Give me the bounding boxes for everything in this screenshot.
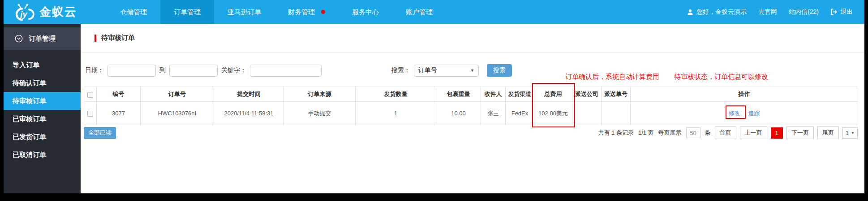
per-page-unit: 条 xyxy=(705,129,711,137)
top-navigation-bar: jy 金蚁云 仓储管理 订单管理 亚马逊订单 财务管理 服务中心 账户管理 您好… xyxy=(4,0,864,24)
col-header-id: 编号 xyxy=(97,87,141,102)
col-header-actions: 操作 xyxy=(631,87,858,102)
cell-recipient: 张三 xyxy=(481,102,506,125)
cell-order-no: HWC103076nI xyxy=(141,102,214,125)
sidebar-item-shipped-orders[interactable]: 已发货订单 xyxy=(4,128,81,146)
page-jump-select[interactable]: 1 ▼ xyxy=(842,127,858,139)
record-count-text: 共有 1 条记录 xyxy=(598,129,633,137)
logout-button[interactable]: 退出 xyxy=(830,8,853,16)
col-header-tracking-no: 派送单号 xyxy=(602,87,631,102)
col-header-delivery-company: 派送公司 xyxy=(572,87,602,102)
col-header-ship-qty: 发货数量 xyxy=(356,87,436,102)
cell-weight: 10.00 xyxy=(436,102,481,125)
col-header-weight: 包裹重量 xyxy=(436,87,481,102)
col-header-order-no: 订单号 xyxy=(141,87,214,102)
logout-icon xyxy=(830,9,837,15)
mark-all-read-button[interactable]: 全部已读 xyxy=(84,127,116,139)
col-header-recipient: 收件人 xyxy=(481,87,506,102)
track-order-link[interactable]: 追踪 xyxy=(748,110,760,117)
dropdown-arrow-icon: ▼ xyxy=(851,131,855,135)
select-all-checkbox[interactable] xyxy=(87,92,93,98)
user-icon xyxy=(687,9,693,15)
pagination: 共有 1 条记录 1/1 页 每页展示 条 首页 上一页 1 下一页 尾页 1 … xyxy=(596,127,858,139)
brand-logo-icon: jy xyxy=(13,4,36,21)
user-area: 您好，金蚁云演示 去官网 站内信(22) 退出 xyxy=(675,8,864,16)
per-page-input[interactable] xyxy=(686,127,700,138)
main-content: 待审核订单 日期： 到 关键字： 搜索： 订单号 ▼ 搜索 订单确认后，系统自动… xyxy=(81,24,864,193)
next-page-button[interactable]: 下一页 xyxy=(786,127,814,139)
cell-delivery-company xyxy=(572,102,602,125)
per-page-label: 每页展示 xyxy=(658,129,682,137)
cell-channel: FedEx xyxy=(506,102,534,125)
date-label: 日期： xyxy=(85,66,104,74)
table-header-row: 编号 订单号 提交时间 订单来源 发货数量 包裹重量 收件人 发货渠道 总费用 … xyxy=(84,87,858,102)
cell-total-fee: 102.00美元 xyxy=(534,102,572,125)
annotation-fee-note: 订单确认后，系统自动计算费用 xyxy=(565,73,659,81)
date-to-input[interactable] xyxy=(169,65,218,77)
prev-page-button[interactable]: 上一页 xyxy=(740,127,767,139)
col-header-channel: 发货渠道 xyxy=(506,87,534,102)
user-greeting[interactable]: 您好，金蚁云演示 xyxy=(687,8,747,16)
date-to-label: 到 xyxy=(159,66,166,74)
nav-item-amazon-orders[interactable]: 亚马逊订单 xyxy=(214,0,275,24)
nav-item-orders[interactable]: 订单管理 xyxy=(160,0,214,24)
nav-item-service-center[interactable]: 服务中心 xyxy=(339,0,392,24)
cell-id: 3077 xyxy=(97,102,141,125)
chevron-down-circle-icon xyxy=(15,35,23,43)
sidebar-section-header[interactable]: 订单管理 xyxy=(4,27,81,50)
keyword-label: 关键字： xyxy=(221,66,246,74)
col-header-submit-time: 提交时间 xyxy=(214,87,284,102)
nav-item-warehouse[interactable]: 仓储管理 xyxy=(107,0,160,24)
cell-ship-qty: 1 xyxy=(356,102,436,125)
sidebar-item-pending-confirm-orders[interactable]: 待确认订单 xyxy=(4,74,81,92)
page-title-bar: 待审核订单 xyxy=(81,24,864,52)
sidebar-item-cancelled-orders[interactable]: 已取消订单 xyxy=(4,146,81,164)
dropdown-arrow-icon: ▼ xyxy=(470,68,474,73)
row-select-cell xyxy=(84,102,97,125)
search-button[interactable]: 搜索 xyxy=(487,64,512,77)
cell-source: 手动提交 xyxy=(284,102,356,125)
date-from-input[interactable] xyxy=(107,65,156,77)
mailbox-link[interactable]: 站内信(22) xyxy=(789,8,819,16)
cell-submit-time: 2020/11/4 11:59:31 xyxy=(214,102,284,125)
last-page-button[interactable]: 尾页 xyxy=(817,127,839,139)
sidebar-item-import-orders[interactable]: 导入订单 xyxy=(4,56,81,74)
notification-dot-icon xyxy=(321,10,325,14)
cell-actions: 修改追踪 xyxy=(631,102,858,125)
col-header-total-fee: 总费用 xyxy=(534,87,572,102)
primary-nav: 仓储管理 订单管理 亚马逊订单 财务管理 服务中心 账户管理 xyxy=(107,0,446,24)
annotation-edit-note: 待审核状态，订单信息可以修改 xyxy=(674,73,768,81)
row-checkbox[interactable] xyxy=(87,111,93,117)
brand-logo[interactable]: jy 金蚁云 xyxy=(4,4,99,21)
keyword-input[interactable] xyxy=(250,65,322,77)
sidebar-item-pending-review-orders[interactable]: 待审核订单 xyxy=(4,92,81,110)
cell-tracking-no xyxy=(602,102,631,125)
brand-name: 金蚁云 xyxy=(39,4,77,20)
nav-item-finance[interactable]: 财务管理 xyxy=(275,0,339,24)
select-all-header xyxy=(84,87,97,102)
first-page-button[interactable]: 首页 xyxy=(715,127,736,139)
col-header-source: 订单来源 xyxy=(284,87,356,102)
current-page-button[interactable]: 1 xyxy=(771,127,783,139)
app-window: jy 金蚁云 仓储管理 订单管理 亚马逊订单 财务管理 服务中心 账户管理 您好… xyxy=(4,0,864,193)
official-site-link[interactable]: 去官网 xyxy=(758,8,777,16)
table-row: 3077 HWC103076nI 2020/11/4 11:59:31 手动提交… xyxy=(84,102,858,125)
title-accent-bar xyxy=(95,35,96,42)
filter-toolbar: 日期： 到 关键字： 搜索： 订单号 ▼ 搜索 xyxy=(84,64,512,77)
sidebar-menu: 导入订单 待确认订单 待审核订单 已审核订单 已发货订单 已取消订单 xyxy=(4,56,81,164)
page-info-text: 1/1 页 xyxy=(638,129,654,137)
nav-item-account[interactable]: 账户管理 xyxy=(392,0,446,24)
sidebar-item-reviewed-orders[interactable]: 已审核订单 xyxy=(4,110,81,128)
search-type-select[interactable]: 订单号 ▼ xyxy=(414,65,479,77)
table-footer: 全部已读 共有 1 条记录 1/1 页 每页展示 条 首页 上一页 1 下一页 … xyxy=(84,127,858,139)
orders-table: 编号 订单号 提交时间 订单来源 发货数量 包裹重量 收件人 发货渠道 总费用 … xyxy=(84,87,858,125)
svg-text:jy: jy xyxy=(20,10,28,19)
edit-order-link[interactable]: 修改 xyxy=(729,110,740,117)
page-title: 待审核订单 xyxy=(101,34,135,42)
sidebar: 订单管理 导入订单 待确认订单 待审核订单 已审核订单 已发货订单 已取消订单 xyxy=(4,24,81,193)
search-type-label: 搜索： xyxy=(391,66,410,74)
